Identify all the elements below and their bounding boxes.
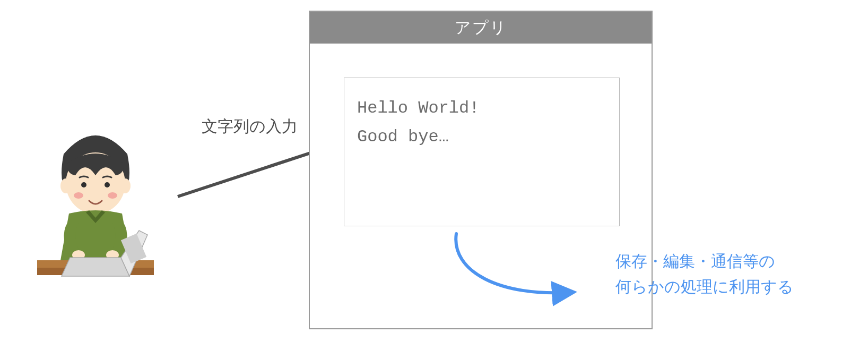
text-input-area[interactable]: Hello World! Good bye… (344, 78, 620, 226)
process-label-line2: 何らかの処理に利用する (615, 274, 794, 300)
svg-point-7 (74, 192, 83, 199)
app-title: アプリ (455, 17, 507, 39)
process-arrow-icon (435, 228, 594, 313)
user-at-laptop-icon (21, 122, 170, 292)
svg-point-8 (108, 192, 117, 199)
svg-point-5 (81, 182, 86, 187)
svg-point-4 (120, 178, 131, 193)
app-titlebar: アプリ (310, 12, 652, 44)
svg-point-3 (60, 178, 71, 193)
svg-point-6 (105, 182, 110, 187)
input-arrow-label: 文字列の入力 (202, 116, 298, 138)
process-label: 保存・編集・通信等の 何らかの処理に利用する (615, 249, 794, 300)
process-label-line1: 保存・編集・通信等の (615, 249, 794, 274)
